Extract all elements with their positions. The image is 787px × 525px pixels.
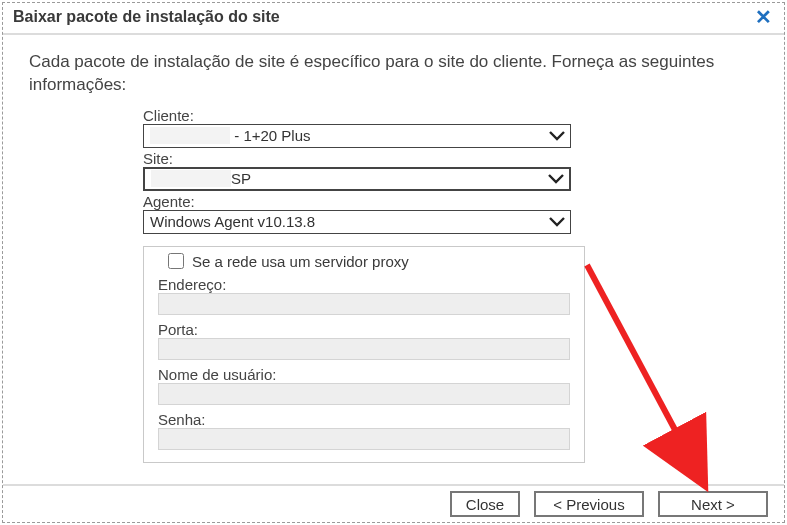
agent-value: Windows Agent v10.13.8 xyxy=(150,213,548,230)
client-dropdown[interactable]: XXXXXXXX - 1+20 Plus xyxy=(143,124,571,148)
dialog-body: Cada pacote de instalação de site é espe… xyxy=(3,35,784,463)
chevron-down-icon xyxy=(548,130,566,142)
client-value: XXXXXXXX - 1+20 Plus xyxy=(150,127,548,144)
intro-text: Cada pacote de instalação de site é espe… xyxy=(29,51,758,97)
site-label: Site: xyxy=(143,150,571,167)
proxy-username-label: Nome de usuário: xyxy=(158,366,570,383)
site-dropdown[interactable]: XXXXXXXXSP xyxy=(143,167,571,191)
proxy-password-input[interactable] xyxy=(158,428,570,450)
chevron-down-icon xyxy=(548,216,566,228)
proxy-address-label: Endereço: xyxy=(158,276,570,293)
proxy-checkbox[interactable] xyxy=(168,253,184,269)
form-area: Cliente: XXXXXXXX - 1+20 Plus Site: XXXX… xyxy=(143,107,571,463)
proxy-port-input[interactable] xyxy=(158,338,570,360)
close-icon[interactable]: ✕ xyxy=(751,7,776,27)
dialog-footer: Close < Previous Next > xyxy=(3,484,784,522)
proxy-group: Se a rede usa um servidor proxy Endereço… xyxy=(143,246,585,463)
client-label: Cliente: xyxy=(143,107,571,124)
proxy-username-input[interactable] xyxy=(158,383,570,405)
previous-button[interactable]: < Previous xyxy=(534,491,644,517)
agent-dropdown[interactable]: Windows Agent v10.13.8 xyxy=(143,210,571,234)
dialog-title: Baixar pacote de instalação do site xyxy=(13,8,280,26)
proxy-toggle-row: Se a rede usa um servidor proxy xyxy=(168,253,570,270)
agent-label: Agente: xyxy=(143,193,571,210)
proxy-port-label: Porta: xyxy=(158,321,570,338)
proxy-address-input[interactable] xyxy=(158,293,570,315)
titlebar: Baixar pacote de instalação do site ✕ xyxy=(3,3,784,35)
close-button[interactable]: Close xyxy=(450,491,520,517)
next-button[interactable]: Next > xyxy=(658,491,768,517)
site-value: XXXXXXXXSP xyxy=(151,170,547,187)
proxy-checkbox-label: Se a rede usa um servidor proxy xyxy=(192,253,409,270)
proxy-password-label: Senha: xyxy=(158,411,570,428)
dialog-frame: Baixar pacote de instalação do site ✕ Ca… xyxy=(2,2,785,523)
chevron-down-icon xyxy=(547,173,565,185)
